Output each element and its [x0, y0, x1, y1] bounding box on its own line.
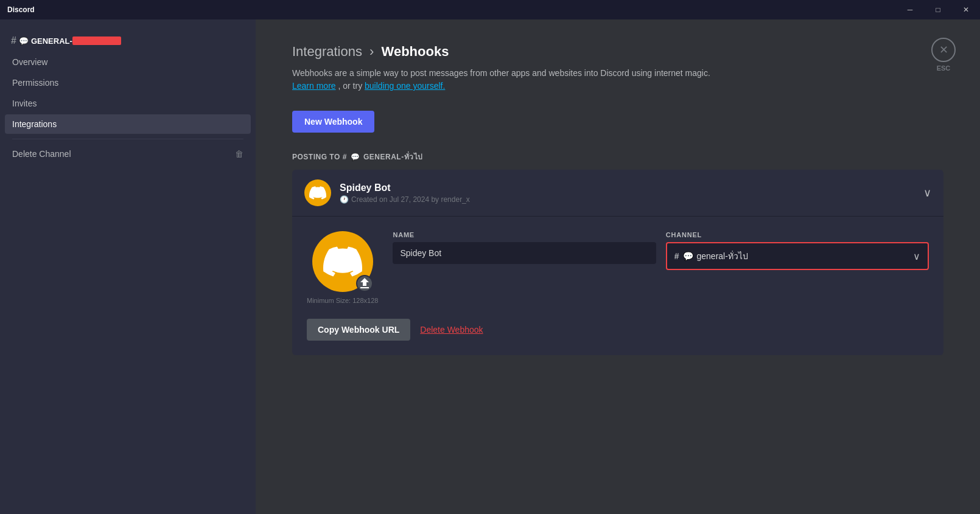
description-main: Webhooks are a simple way to post messag…	[292, 68, 710, 78]
posting-to-label: POSTING TO # 💬 GENERAL-ทั่วไป	[292, 151, 943, 162]
breadcrumb: Integrations › Webhooks	[292, 44, 943, 60]
channel-bubble-display: 💬	[683, 251, 693, 261]
titlebar: Discord ─ □ ✕	[0, 0, 980, 19]
webhook-created: 🕐 Created on Jul 27, 2024 by render_x	[340, 195, 923, 204]
sidebar-item-overview-label: Overview	[12, 57, 47, 67]
breadcrumb-separator: ›	[369, 44, 374, 59]
channel-name-redacted	[72, 36, 121, 45]
sidebar-item-integrations-label: Integrations	[12, 119, 57, 129]
sidebar-item-permissions-label: Permissions	[12, 78, 58, 88]
posting-to-prefix: POSTING TO	[292, 153, 340, 161]
or-try-text: , or try	[338, 81, 365, 91]
esc-label: ESC	[937, 64, 951, 72]
webhook-avatar-small	[304, 179, 331, 206]
clock-icon: 🕐	[340, 195, 349, 204]
posting-bubble-icon: 💬	[351, 153, 360, 161]
channel-field-label: CHANNEL	[666, 231, 929, 238]
delete-channel-label: Delete Channel	[12, 149, 71, 159]
description-text: Webhooks are a simple way to post messag…	[292, 67, 779, 92]
channel-bubble-icon: 💬	[19, 36, 29, 46]
channel-select[interactable]: # 💬 general-ทั่วไป ∨	[666, 242, 929, 270]
channel-hash-icon: #	[11, 35, 16, 46]
sidebar-item-invites-label: Invites	[12, 99, 37, 108]
close-button[interactable]: ✕	[952, 0, 980, 19]
webhook-body: Minimum Size: 128x128 NAME CHANNEL	[292, 217, 943, 319]
sidebar-divider	[12, 139, 243, 139]
app-title: Discord	[7, 5, 35, 14]
posting-to-channel: GENERAL-ทั่วไป	[363, 153, 423, 161]
avatar-large	[312, 231, 373, 292]
window-controls: ─ □ ✕	[896, 0, 980, 19]
main-content: ✕ ESC Integrations › Webhooks Webhooks a…	[256, 19, 980, 514]
channel-hash-display: #	[674, 251, 679, 261]
learn-more-link[interactable]: Learn more	[292, 81, 336, 91]
channel-field-group: CHANNEL # 💬 general-ทั่วไป ∨	[666, 231, 929, 270]
chevron-down-icon: ∨	[923, 186, 931, 200]
avatar-editor: Minimum Size: 128x128	[307, 231, 378, 304]
breadcrumb-current: Webhooks	[382, 44, 449, 59]
minimize-button[interactable]: ─	[896, 0, 924, 19]
webhook-actions: Copy Webhook URL Delete Webhook	[292, 319, 943, 355]
sidebar-item-permissions[interactable]: Permissions	[5, 73, 251, 92]
avatar-edit-button[interactable]	[356, 275, 373, 292]
channel-value: general-ทั่วไป	[697, 249, 748, 263]
sidebar-item-overview[interactable]: Overview	[5, 52, 251, 72]
webhook-fields: NAME CHANNEL # 💬 general-ทั่วไป ∨	[393, 231, 929, 270]
channel-select-inner: # 💬 general-ทั่วไป	[674, 249, 748, 263]
delete-webhook-button[interactable]: Delete Webhook	[420, 325, 483, 335]
sidebar-item-integrations[interactable]: Integrations	[5, 114, 251, 134]
webhook-created-text: Created on Jul 27, 2024 by render_x	[351, 195, 470, 204]
restore-button[interactable]: □	[924, 0, 952, 19]
webhook-card: Spidey Bot 🕐 Created on Jul 27, 2024 by …	[292, 170, 943, 355]
channel-chevron-icon: ∨	[913, 251, 920, 262]
close-button-circle[interactable]: ✕	[931, 38, 956, 62]
channel-name-text: GENERAL-	[31, 36, 72, 46]
new-webhook-button[interactable]: New Webhook	[292, 111, 374, 133]
trash-icon: 🗑	[235, 149, 243, 159]
copy-webhook-url-button[interactable]: Copy Webhook URL	[307, 319, 410, 341]
webhook-info: Spidey Bot 🕐 Created on Jul 27, 2024 by …	[340, 182, 923, 204]
build-yourself-link[interactable]: building one yourself.	[365, 81, 445, 91]
app-container: # 💬 GENERAL- Overview Permissions Invite…	[0, 19, 980, 514]
close-esc-area: ✕ ESC	[931, 38, 956, 72]
name-input[interactable]	[393, 242, 656, 264]
name-field-group: NAME	[393, 231, 656, 264]
webhook-name: Spidey Bot	[340, 182, 923, 193]
name-field-label: NAME	[393, 231, 656, 238]
webhook-header-row[interactable]: Spidey Bot 🕐 Created on Jul 27, 2024 by …	[292, 170, 943, 217]
sidebar-item-delete-channel[interactable]: Delete Channel 🗑	[5, 144, 251, 164]
sidebar-item-invites[interactable]: Invites	[5, 94, 251, 113]
posting-hash-icon: #	[343, 153, 349, 161]
channel-header: # 💬 GENERAL-	[5, 32, 251, 50]
sidebar: # 💬 GENERAL- Overview Permissions Invite…	[0, 19, 256, 514]
breadcrumb-prefix: Integrations	[292, 44, 362, 59]
